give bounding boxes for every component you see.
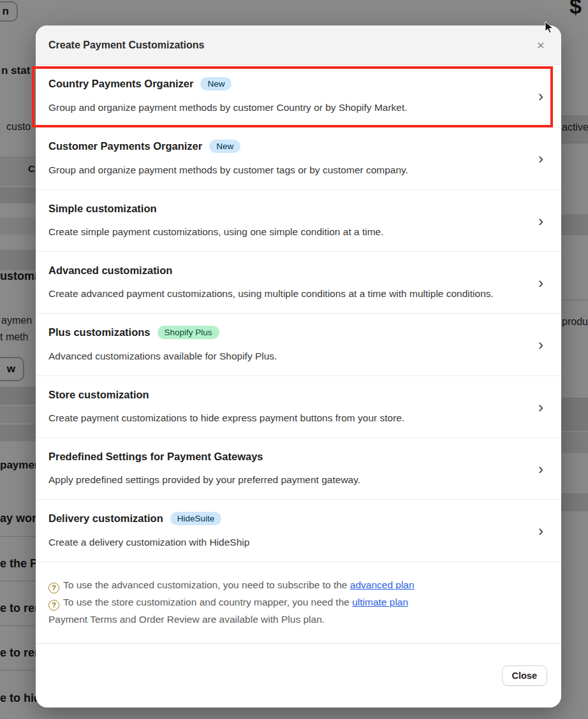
option-badge: HideSuite (170, 512, 222, 525)
modal-items: Country Payments OrganizerNewGroup and o… (36, 65, 561, 562)
option-main: Country Payments OrganizerNewGroup and o… (48, 77, 534, 115)
option-head: Customer Payments OrganizerNew (48, 140, 534, 153)
chevron-right-icon: › (534, 461, 550, 477)
customization-option-simple-customization[interactable]: Simple customizationCreate simple paymen… (36, 190, 561, 252)
note-line: ?To use the advanced customization, you … (48, 576, 548, 593)
option-head: Advanced customization (48, 265, 534, 277)
option-title: Store customization (48, 389, 149, 401)
option-title: Plus customizations (48, 326, 151, 338)
option-description: Apply predefined settings provided by yo… (48, 472, 495, 488)
chevron-right-icon: › (534, 214, 550, 229)
option-title: Predefined Settings for Payment Gateways (48, 451, 263, 463)
option-description: Group and organize payment methods by cu… (48, 100, 495, 115)
option-description: Create a delivery customization with Hid… (48, 535, 495, 550)
note-text: To use the store customization and count… (63, 597, 352, 607)
option-head: Store customization (48, 389, 534, 401)
option-title: Delivery customization (48, 512, 163, 525)
option-title: Simple customization (48, 203, 157, 215)
option-head: Delivery customizationHideSuite (48, 512, 534, 525)
customization-option-predefined-settings-for-payment-gateways[interactable]: Predefined Settings for Payment Gateways… (36, 438, 561, 500)
question-mark-icon: ? (48, 583, 59, 593)
note-link-ultimate-plan[interactable]: ultimate plan (352, 597, 408, 607)
customization-option-delivery-customization[interactable]: Delivery customizationHideSuiteCreate a … (36, 500, 561, 562)
close-button[interactable]: Close (502, 665, 548, 686)
option-main: Customer Payments OrganizerNewGroup and … (48, 140, 534, 178)
option-head: Plus customizationsShopify Plus (48, 326, 534, 339)
option-title: Country Payments Organizer (48, 78, 193, 90)
option-title: Advanced customization (48, 265, 172, 277)
option-head: Country Payments OrganizerNew (48, 77, 534, 91)
chevron-right-icon: › (534, 523, 550, 539)
customization-option-plus-customizations[interactable]: Plus customizationsShopify PlusAdvanced … (36, 314, 561, 376)
modal-notes: ?To use the advanced customization, you … (36, 562, 561, 644)
option-description: Create advanced payment customizations, … (48, 286, 495, 301)
option-description: Group and organize payment methods by cu… (48, 163, 495, 178)
option-description: Advanced customizations available for Sh… (48, 349, 495, 364)
note-line: Payment Terms and Order Review are avail… (48, 611, 548, 628)
question-mark-icon: ? (48, 600, 59, 611)
chevron-right-icon: › (534, 151, 550, 166)
create-payment-customizations-modal: Create Payment Customizations × Country … (36, 25, 561, 708)
option-description: Create simple payment customizations, us… (48, 224, 495, 240)
customization-option-customer-payments-organizer[interactable]: Customer Payments OrganizerNewGroup and … (36, 127, 561, 190)
modal-header: Create Payment Customizations × (36, 25, 561, 65)
option-title: Customer Payments Organizer (48, 140, 202, 152)
chevron-right-icon: › (534, 400, 550, 415)
customization-option-advanced-customization[interactable]: Advanced customizationCreate advanced pa… (36, 252, 561, 314)
option-badge: New (209, 140, 240, 153)
customization-option-store-customization[interactable]: Store customizationCreate payment custom… (36, 376, 561, 438)
customization-option-country-payments-organizer[interactable]: Country Payments OrganizerNewGroup and o… (36, 65, 561, 127)
close-icon[interactable]: × (533, 37, 548, 53)
option-badge: New (200, 77, 232, 91)
chevron-right-icon: › (534, 89, 550, 104)
option-badge: Shopify Plus (158, 326, 219, 339)
note-text: To use the advanced customization, you n… (63, 579, 350, 590)
option-main: Plus customizationsShopify PlusAdvanced … (48, 326, 534, 364)
modal-footer: Close (36, 644, 561, 708)
option-main: Simple customizationCreate simple paymen… (48, 203, 534, 240)
note-line: ?To use the store customization and coun… (48, 593, 548, 611)
note-link-advanced-plan[interactable]: advanced plan (350, 579, 415, 590)
option-head: Predefined Settings for Payment Gateways (48, 451, 534, 463)
option-main: Store customizationCreate payment custom… (48, 389, 534, 426)
modal-title: Create Payment Customizations (48, 40, 205, 51)
chevron-right-icon: › (534, 337, 550, 352)
option-head: Simple customization (48, 203, 534, 215)
note-text: Payment Terms and Order Review are avail… (48, 614, 325, 625)
option-main: Advanced customizationCreate advanced pa… (48, 265, 534, 301)
option-description: Create payment customizations to hide ex… (48, 410, 495, 426)
chevron-right-icon: › (534, 275, 550, 291)
option-main: Delivery customizationHideSuiteCreate a … (48, 512, 534, 550)
option-main: Predefined Settings for Payment Gateways… (48, 451, 534, 488)
